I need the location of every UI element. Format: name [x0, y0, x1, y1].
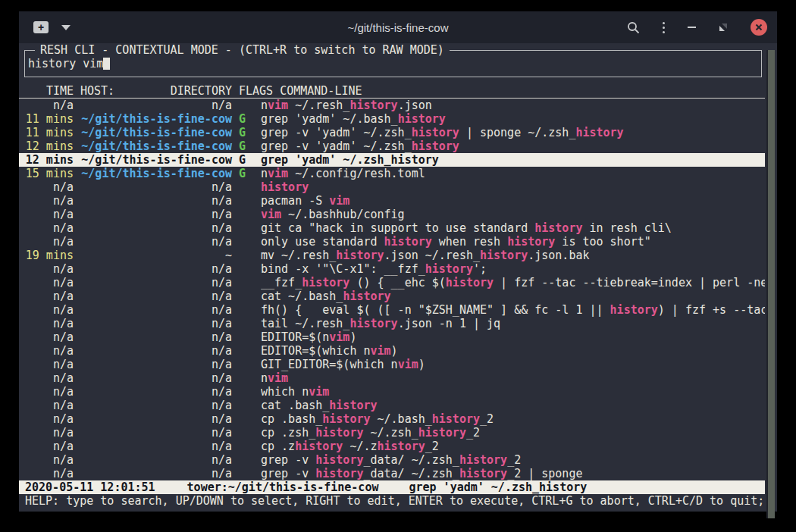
row-directory: n/a [80, 289, 232, 303]
row-time: n/a [25, 467, 74, 480]
row-flags: G [239, 153, 246, 167]
terminal-window: + ~/git/this-is-fine-cow [19, 11, 777, 512]
row-time: n/a [25, 221, 74, 235]
row-command: __fzf_history () { __ehc $(history | fzf… [261, 276, 765, 289]
history-row[interactable]: 12 mins~/git/this-is-fine-cowGgrep 'yadm… [19, 153, 765, 167]
table-header: TIME HOST: DIRECTORY FLAGS COMMAND-LINE [19, 84, 765, 99]
row-time: n/a [25, 180, 74, 194]
row-time: 15 mins [25, 167, 74, 180]
history-row[interactable]: n/an/aGIT_EDITOR=$(which nvim) [19, 358, 765, 371]
row-directory: n/a [80, 453, 232, 467]
history-row[interactable]: n/an/ahistory [19, 180, 765, 194]
row-command: cp .bash_history ~/.bash_history_2 [261, 412, 765, 426]
history-row[interactable]: 12 mins~/git/this-is-fine-cowGgrep -v 'y… [19, 139, 765, 153]
row-directory: n/a [80, 358, 232, 371]
row-time: n/a [25, 426, 74, 440]
history-row[interactable]: n/an/acat .bash_history [19, 399, 765, 412]
search-icon[interactable] [627, 21, 640, 34]
row-time: n/a [25, 208, 74, 221]
row-directory: n/a [80, 440, 232, 453]
row-time: 12 mins [25, 153, 74, 167]
terminal-content: RESH CLI - CONTEXTUAL MODE - (CTRL+R to … [19, 50, 777, 518]
history-row[interactable]: n/an/apacman -S vim [19, 194, 765, 208]
row-directory: n/a [80, 330, 232, 344]
history-row[interactable]: 11 mins~/git/this-is-fine-cowGgrep -v 'y… [19, 126, 765, 139]
history-row[interactable]: n/an/aonly use standard history when res… [19, 235, 765, 249]
scrollbar[interactable] [766, 50, 775, 518]
history-row[interactable]: n/an/agrep -v history_data/ ~/.zsh_histo… [19, 467, 765, 480]
row-flags: G [239, 139, 246, 153]
row-command: grep -v 'yadm' ~/.zsh_history [261, 139, 765, 153]
row-directory: n/a [80, 303, 232, 317]
header-host: HOST: [80, 84, 114, 98]
row-flags: G [239, 126, 246, 139]
minimize-icon[interactable] [688, 27, 696, 28]
row-time: n/a [25, 289, 74, 303]
history-row[interactable]: n/an/acat ~/.bash_history [19, 289, 765, 303]
row-directory: n/a [80, 399, 232, 412]
history-row[interactable]: n/an/anvim [19, 371, 765, 385]
row-time: n/a [25, 385, 74, 399]
row-time: n/a [25, 194, 74, 208]
history-row[interactable]: n/an/aEDITOR=$(nvim) [19, 330, 765, 344]
history-row[interactable]: n/an/acp .bash_history ~/.bash_history_2 [19, 412, 765, 426]
row-command: cp .zsh_history ~/.zsh_history_2 [261, 426, 765, 440]
row-command: cp .zhistory ~/.zhistory_2 [261, 440, 765, 453]
header-flags: FLAGS [239, 84, 273, 98]
row-command: nvim ~/.config/resh.toml [261, 167, 765, 180]
header-directory: DIRECTORY [171, 84, 232, 98]
history-row[interactable]: n/an/atail ~/.resh_history.json -n 1 | j… [19, 317, 765, 330]
row-directory: n/a [80, 208, 232, 221]
row-time: n/a [25, 399, 74, 412]
row-command: grep -v 'yadm' ~/.zsh_history | sponge ~… [261, 126, 765, 139]
history-row[interactable]: 11 mins~/git/this-is-fine-cowGgrep 'yadm… [19, 112, 765, 126]
row-directory: ~/git/this-is-fine-cow [80, 112, 232, 126]
new-tab-icon[interactable]: + [33, 21, 49, 33]
history-row[interactable]: n/an/avim ~/.bashhub/config [19, 208, 765, 221]
row-command: grep -v history_data/ ~/.zsh_history_2 [261, 453, 765, 467]
row-command: git ca "hack in support to use standard … [261, 221, 765, 235]
row-directory: n/a [80, 99, 232, 112]
row-time: n/a [25, 303, 74, 317]
row-directory: n/a [80, 412, 232, 426]
history-row[interactable]: 15 mins~/git/this-is-fine-cowGnvim ~/.co… [19, 167, 765, 180]
history-row[interactable]: n/an/afh() { eval $( ([ -n "$ZSH_NAME" ]… [19, 303, 765, 317]
close-icon[interactable] [751, 19, 767, 36]
row-command: EDITOR=$(which nvim) [261, 344, 765, 358]
row-directory: n/a [80, 426, 232, 440]
row-directory: n/a [80, 194, 232, 208]
row-command: nvim [261, 371, 765, 385]
status-location: tower:~/git/this-is-fine-cow [187, 480, 379, 494]
tab-dropdown-caret[interactable] [61, 25, 71, 30]
row-time: n/a [25, 317, 74, 330]
text-cursor [103, 58, 110, 70]
row-directory: n/a [80, 467, 232, 480]
history-row[interactable]: n/an/abind -x '"\C-x1": __fzf_history'; [19, 262, 765, 276]
history-row[interactable]: n/an/a__fzf_history () { __ehc $(history… [19, 276, 765, 289]
row-time: 12 mins [25, 139, 74, 153]
menu-kebab-icon[interactable] [663, 22, 665, 33]
row-time: n/a [25, 235, 74, 249]
history-row[interactable]: n/an/awhich nvim [19, 385, 765, 399]
history-row[interactable]: n/an/aEDITOR=$(which nvim) [19, 344, 765, 358]
row-command: grep -v history_data/ ~/.zsh_history_2 |… [261, 467, 765, 480]
history-row[interactable]: n/an/anvim ~/.resh_history.json [19, 99, 765, 112]
status-date: 2020-05-11 12:01:51 [25, 480, 155, 494]
row-command: EDITOR=$(nvim) [261, 330, 765, 344]
header-command: COMMAND-LINE [280, 84, 362, 98]
row-command: only use standard history when resh hist… [261, 235, 765, 249]
history-row[interactable]: n/an/agrep -v history_data/ ~/.zsh_histo… [19, 453, 765, 467]
history-row[interactable]: n/an/acp .zsh_history ~/.zsh_history_2 [19, 426, 765, 440]
search-box-title: RESH CLI - CONTEXTUAL MODE - (CTRL+R to … [35, 43, 450, 57]
restore-icon[interactable] [719, 23, 728, 32]
history-row[interactable]: n/an/agit ca "hack in support to use sta… [19, 221, 765, 235]
row-time: n/a [25, 276, 74, 289]
history-row[interactable]: n/an/acp .zhistory ~/.zhistory_2 [19, 440, 765, 453]
row-directory: n/a [80, 276, 232, 289]
history-row[interactable]: 19 mins~mv ~/.resh_history.json ~/.resh_… [19, 249, 765, 262]
row-command: cat ~/.bash_history [261, 289, 765, 303]
row-time: 11 mins [25, 112, 74, 126]
history-rows: n/an/anvim ~/.resh_history.json11 mins~/… [19, 99, 765, 480]
row-directory: ~/git/this-is-fine-cow [80, 139, 232, 153]
titlebar[interactable]: + ~/git/this-is-fine-cow [19, 11, 777, 43]
